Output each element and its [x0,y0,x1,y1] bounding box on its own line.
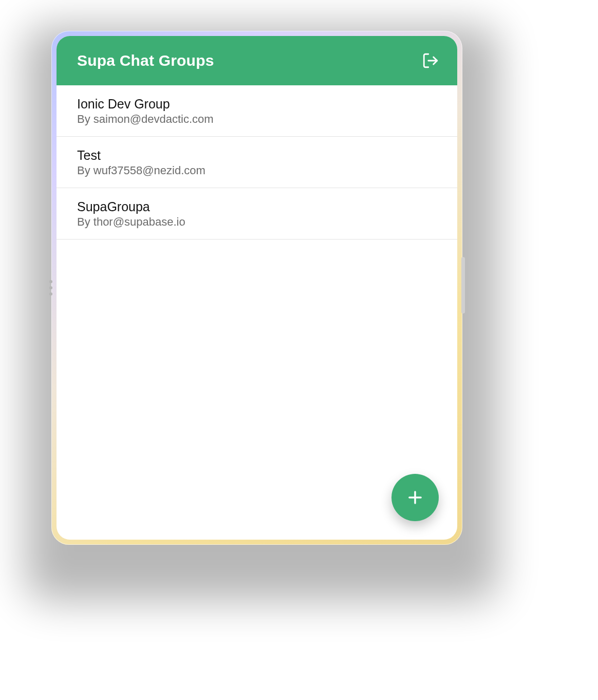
group-title: Test [77,148,437,163]
list-item[interactable]: SupaGroupa By thor@supabase.io [57,188,457,240]
group-title: SupaGroupa [77,199,437,214]
app-screen: Supa Chat Groups Ionic Dev Group By saim… [57,36,457,540]
list-item[interactable]: Ionic Dev Group By saimon@devdactic.com [57,85,457,137]
group-title: Ionic Dev Group [77,97,437,112]
page-title: Supa Chat Groups [77,52,214,69]
app-header: Supa Chat Groups [57,36,457,85]
decorative-side-pill [461,257,465,314]
add-group-button[interactable] [391,474,439,521]
logout-button[interactable] [418,48,443,73]
device-frame: Supa Chat Groups Ionic Dev Group By saim… [51,31,462,545]
list-item[interactable]: Test By wuf37558@nezid.com [57,137,457,188]
group-list: Ionic Dev Group By saimon@devdactic.com … [57,85,457,540]
group-byline: By saimon@devdactic.com [77,113,437,126]
group-byline: By wuf37558@nezid.com [77,164,437,177]
group-byline: By thor@supabase.io [77,215,437,229]
add-icon [405,488,425,507]
decorative-dots [49,280,52,296]
log-out-icon [422,52,439,69]
